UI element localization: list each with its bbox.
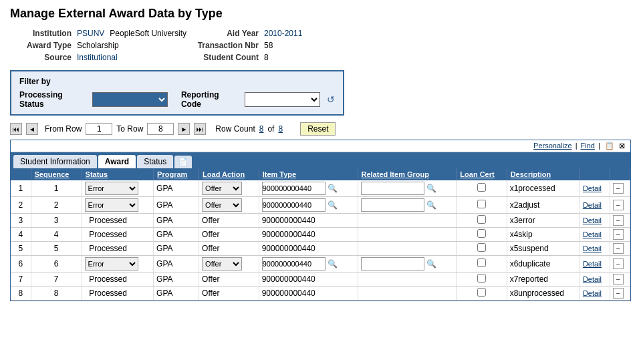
col-header-status[interactable]: Status: [82, 168, 154, 180]
related-item-group-cell[interactable]: 🔍: [358, 197, 457, 214]
col-header-loan-cert[interactable]: Loan Cert: [457, 168, 507, 180]
loan-cert-checkbox[interactable]: [477, 183, 486, 192]
related-item-group-input[interactable]: [361, 182, 424, 195]
loan-cert-cell[interactable]: [457, 228, 507, 242]
col-header-item-type[interactable]: Item Type: [259, 168, 358, 180]
loan-cert-checkbox[interactable]: [477, 258, 486, 267]
status-select[interactable]: Error Processed Unprocessed: [85, 198, 138, 212]
remove-cell[interactable]: −: [610, 287, 630, 301]
remove-cell[interactable]: −: [610, 242, 630, 256]
loan-cert-cell[interactable]: [457, 242, 507, 256]
status-select[interactable]: Error Processed Unprocessed: [85, 257, 138, 270]
loan-cert-checkbox[interactable]: [477, 288, 486, 297]
find-link[interactable]: Find: [581, 142, 595, 150]
loan-cert-cell[interactable]: [457, 256, 507, 272]
remove-cell[interactable]: −: [610, 228, 630, 242]
loan-cert-checkbox[interactable]: [477, 274, 486, 283]
row-count-value[interactable]: 8: [259, 124, 264, 134]
loan-cert-cell[interactable]: [457, 272, 507, 287]
detail-link[interactable]: Detail: [583, 184, 602, 192]
item-type-cell[interactable]: 🔍: [259, 197, 358, 214]
loan-cert-checkbox[interactable]: [477, 243, 486, 252]
related-search-icon[interactable]: 🔍: [426, 259, 436, 268]
detail-cell[interactable]: Detail: [580, 272, 610, 287]
item-type-search-icon[interactable]: 🔍: [328, 259, 338, 268]
detail-link[interactable]: Detail: [583, 289, 602, 297]
remove-row-button[interactable]: −: [613, 200, 624, 210]
item-type-cell[interactable]: 🔍: [259, 180, 358, 197]
status-cell[interactable]: Error Processed Unprocessed: [82, 256, 154, 272]
remove-row-button[interactable]: −: [613, 274, 624, 285]
of-value[interactable]: 8: [278, 124, 283, 134]
tab-student-information[interactable]: Student Information: [13, 155, 97, 168]
remove-cell[interactable]: −: [610, 180, 630, 197]
remove-row-button[interactable]: −: [613, 229, 624, 240]
detail-link[interactable]: Detail: [583, 201, 602, 209]
status-cell[interactable]: Error Processed Unprocessed: [82, 180, 154, 197]
related-item-group-input[interactable]: [361, 257, 424, 270]
first-page-button[interactable]: ⏮: [10, 123, 22, 135]
loan-cert-checkbox[interactable]: [477, 200, 486, 208]
load-action-cell[interactable]: Offer Accept Decline: [199, 180, 259, 197]
load-action-cell[interactable]: Offer Accept Decline: [199, 256, 259, 272]
col-header-load-action[interactable]: Load Action: [199, 168, 259, 180]
related-item-group-cell[interactable]: 🔍: [358, 256, 457, 272]
remove-row-button[interactable]: −: [613, 288, 624, 299]
item-type-cell[interactable]: 🔍: [259, 256, 358, 272]
related-item-group-input[interactable]: [361, 198, 424, 212]
last-page-button[interactable]: ⏭: [194, 123, 206, 135]
item-type-input[interactable]: [262, 257, 326, 270]
remove-row-button[interactable]: −: [613, 215, 624, 226]
remove-row-button[interactable]: −: [613, 258, 624, 269]
grid-icon[interactable]: ⊠: [619, 142, 625, 150]
remove-cell[interactable]: −: [610, 272, 630, 287]
detail-cell[interactable]: Detail: [580, 242, 610, 256]
col-header-program[interactable]: Program: [154, 168, 199, 180]
item-type-search-icon[interactable]: 🔍: [328, 200, 338, 210]
col-header-description[interactable]: Description: [507, 168, 580, 180]
remove-row-button[interactable]: −: [613, 183, 624, 194]
loan-cert-cell[interactable]: [457, 180, 507, 197]
personalize-link[interactable]: Personalize: [533, 142, 571, 150]
refresh-icon[interactable]: ↺: [327, 94, 335, 105]
reporting-code-select[interactable]: [245, 92, 320, 107]
detail-link[interactable]: Detail: [583, 244, 602, 252]
remove-row-button[interactable]: −: [613, 243, 624, 254]
reset-button[interactable]: Reset: [300, 122, 336, 136]
loan-cert-checkbox[interactable]: [477, 215, 486, 224]
loan-cert-cell[interactable]: [457, 287, 507, 301]
detail-link[interactable]: Detail: [583, 275, 602, 283]
load-action-select[interactable]: Offer Accept Decline: [202, 182, 242, 195]
item-type-input[interactable]: [262, 182, 326, 195]
view-icon[interactable]: 📋: [605, 142, 614, 150]
load-action-cell[interactable]: Offer Accept Decline: [199, 197, 259, 214]
col-header-related-item-group[interactable]: Related Item Group: [358, 168, 457, 180]
detail-link[interactable]: Detail: [583, 230, 602, 238]
detail-link[interactable]: Detail: [583, 216, 602, 224]
related-item-group-cell[interactable]: 🔍: [358, 180, 457, 197]
status-select[interactable]: Error Processed Unprocessed: [85, 182, 138, 195]
loan-cert-checkbox[interactable]: [477, 229, 486, 238]
detail-cell[interactable]: Detail: [580, 197, 610, 214]
item-type-search-icon[interactable]: 🔍: [328, 184, 338, 193]
from-row-input[interactable]: [86, 123, 112, 135]
detail-cell[interactable]: Detail: [580, 228, 610, 242]
status-cell[interactable]: Error Processed Unprocessed: [82, 197, 154, 214]
loan-cert-cell[interactable]: [457, 197, 507, 214]
load-action-select[interactable]: Offer Accept Decline: [202, 257, 242, 270]
item-type-input[interactable]: [262, 198, 326, 212]
detail-cell[interactable]: Detail: [580, 256, 610, 272]
processing-status-select[interactable]: Processed Error Unprocessed: [92, 92, 168, 107]
next-page-button[interactable]: ►: [178, 123, 190, 135]
detail-cell[interactable]: Detail: [580, 214, 610, 228]
tab-icon[interactable]: 📄: [174, 156, 192, 168]
load-action-select[interactable]: Offer Accept Decline: [202, 198, 242, 212]
related-search-icon[interactable]: 🔍: [426, 184, 436, 193]
detail-link[interactable]: Detail: [583, 260, 602, 268]
related-search-icon[interactable]: 🔍: [426, 200, 436, 210]
loan-cert-cell[interactable]: [457, 214, 507, 228]
tab-status[interactable]: Status: [137, 155, 173, 168]
prev-page-button[interactable]: ◄: [26, 123, 38, 135]
remove-cell[interactable]: −: [610, 256, 630, 272]
detail-cell[interactable]: Detail: [580, 180, 610, 197]
